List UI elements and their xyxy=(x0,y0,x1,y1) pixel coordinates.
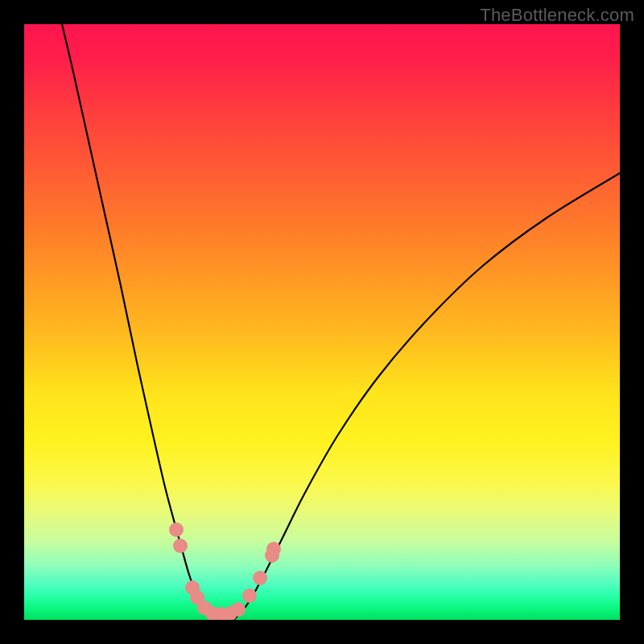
marker-group xyxy=(169,522,281,620)
outer-frame: TheBottleneck.com xyxy=(0,0,644,644)
marker-dot xyxy=(231,602,246,617)
left-curve xyxy=(62,24,217,620)
marker-dot xyxy=(242,588,257,603)
marker-dot xyxy=(253,571,267,585)
chart-svg xyxy=(24,24,620,620)
right-curve xyxy=(233,173,620,620)
chart-plot-area xyxy=(24,24,620,620)
watermark-text: TheBottleneck.com xyxy=(480,5,634,26)
marker-dot xyxy=(169,522,184,537)
marker-dot xyxy=(266,542,281,556)
marker-dot xyxy=(173,539,188,553)
